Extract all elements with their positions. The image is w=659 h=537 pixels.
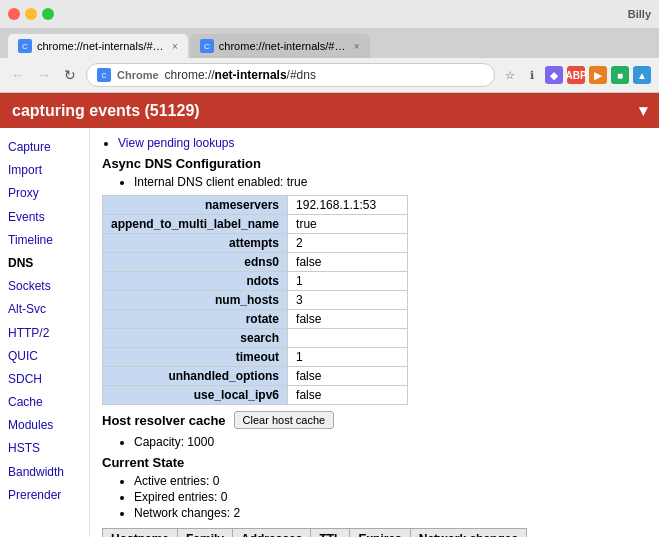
sidebar-item-import[interactable]: Import — [0, 159, 89, 182]
current-state-title: Current State — [102, 455, 647, 470]
dns-table-row: num_hosts3 — [103, 291, 408, 310]
ext-icon-1[interactable]: ◆ — [545, 66, 563, 84]
sidebar-item-cache[interactable]: Cache — [0, 391, 89, 414]
sidebar-item-altsvc[interactable]: Alt-Svc — [0, 298, 89, 321]
ext-icon-adblock[interactable]: ABP — [567, 66, 585, 84]
internal-dns-text: Internal DNS client enabled: true — [134, 175, 647, 189]
tab-dns[interactable]: C chrome://net-internals/#dns × — [8, 34, 188, 58]
sidebar-item-prerender[interactable]: Prerender — [0, 484, 89, 507]
hostname-table: HostnameFamilyAddressesTTLExpiresNetwork… — [102, 528, 527, 537]
tab-sockets[interactable]: C chrome://net-internals/#sock... × — [190, 34, 370, 58]
minimize-button[interactable] — [25, 8, 37, 20]
sidebar-item-proxy[interactable]: Proxy — [0, 182, 89, 205]
dns-value-cell: 3 — [288, 291, 408, 310]
async-dns-title: Async DNS Configuration — [102, 156, 647, 171]
ext-icon-3[interactable]: ▶ — [589, 66, 607, 84]
sidebar-item-timeline[interactable]: Timeline — [0, 229, 89, 252]
dns-table-row: search — [103, 329, 408, 348]
table-header-cell: TTL — [311, 529, 350, 538]
dns-table-row: timeout1 — [103, 348, 408, 367]
dns-value-cell: 2 — [288, 234, 408, 253]
dns-table-row: append_to_multi_label_nametrue — [103, 215, 408, 234]
dns-table-row: unhandled_optionsfalse — [103, 367, 408, 386]
tab-favicon-dns: C — [18, 39, 32, 53]
state-item: Network changes: 2 — [134, 506, 647, 520]
sidebar-item-quic[interactable]: QUIC — [0, 345, 89, 368]
table-header-cell: Network changes — [410, 529, 526, 538]
sidebar-item-capture[interactable]: Capture — [0, 136, 89, 159]
capturing-arrow[interactable]: ▾ — [639, 101, 647, 120]
chrome-label: Chrome — [117, 69, 159, 81]
ext-icon-5[interactable]: ▲ — [633, 66, 651, 84]
info-icon[interactable]: ℹ — [523, 66, 541, 84]
ext-icon-4[interactable]: ■ — [611, 66, 629, 84]
sidebar-item-sockets[interactable]: Sockets — [0, 275, 89, 298]
sidebar: Capture Import Proxy Events Timeline DNS… — [0, 128, 90, 537]
dns-config-table: nameservers192.168.1.1:53append_to_multi… — [102, 195, 408, 405]
dns-value-cell: 1 — [288, 272, 408, 291]
sidebar-item-modules[interactable]: Modules — [0, 414, 89, 437]
table-header-cell: Hostname — [103, 529, 178, 538]
tab-dns-label: chrome://net-internals/#dns — [37, 40, 167, 52]
dns-key-cell: search — [103, 329, 288, 348]
forward-button[interactable]: → — [34, 65, 54, 85]
capacity-text: Capacity: 1000 — [134, 435, 647, 449]
dns-key-cell: use_local_ipv6 — [103, 386, 288, 405]
dns-key-cell: num_hosts — [103, 291, 288, 310]
content-area: View pending lookups Async DNS Configura… — [90, 128, 659, 537]
close-button[interactable] — [8, 8, 20, 20]
reload-button[interactable]: ↻ — [60, 65, 80, 85]
dns-table-row: use_local_ipv6false — [103, 386, 408, 405]
tab-sockets-label: chrome://net-internals/#sock... — [219, 40, 349, 52]
dns-value-cell: false — [288, 310, 408, 329]
state-item: Expired entries: 0 — [134, 490, 647, 504]
maximize-button[interactable] — [42, 8, 54, 20]
table-header-cell: Family — [178, 529, 233, 538]
capturing-text: capturing events (51129) — [12, 102, 200, 120]
tab-dns-close[interactable]: × — [172, 41, 178, 52]
address-favicon: C — [97, 68, 111, 82]
table-header-cell: Addresses — [233, 529, 311, 538]
state-item: Active entries: 0 — [134, 474, 647, 488]
sidebar-item-http2[interactable]: HTTP/2 — [0, 322, 89, 345]
dns-value-cell: 192.168.1.1:53 — [288, 196, 408, 215]
dns-value-cell: false — [288, 253, 408, 272]
clear-cache-button[interactable]: Clear host cache — [234, 411, 335, 429]
dns-value-cell: 1 — [288, 348, 408, 367]
dns-key-cell: edns0 — [103, 253, 288, 272]
sidebar-item-hsts[interactable]: HSTS — [0, 437, 89, 460]
dns-table-row: nameservers192.168.1.1:53 — [103, 196, 408, 215]
dns-key-cell: ndots — [103, 272, 288, 291]
sidebar-item-events[interactable]: Events — [0, 206, 89, 229]
sidebar-item-bandwidth[interactable]: Bandwidth — [0, 461, 89, 484]
dns-table-row: ndots1 — [103, 272, 408, 291]
host-resolver-label: Host resolver cache — [102, 413, 226, 428]
dns-key-cell: nameservers — [103, 196, 288, 215]
tab-sockets-close[interactable]: × — [354, 41, 360, 52]
dns-value-cell: false — [288, 367, 408, 386]
dns-value-cell: true — [288, 215, 408, 234]
dns-table-row: edns0false — [103, 253, 408, 272]
dns-value-cell: false — [288, 386, 408, 405]
dns-table-row: rotatefalse — [103, 310, 408, 329]
capturing-bar: capturing events (51129) ▾ — [0, 93, 659, 128]
bookmark-icon[interactable]: ☆ — [501, 66, 519, 84]
sidebar-item-dns: DNS — [0, 252, 89, 275]
dns-table-row: attempts2 — [103, 234, 408, 253]
user-label: Billy — [628, 8, 651, 20]
address-url: chrome://net-internals/#dns — [165, 68, 316, 82]
sidebar-item-sdch[interactable]: SDCH — [0, 368, 89, 391]
back-button[interactable]: ← — [8, 65, 28, 85]
table-header-cell: Expires — [350, 529, 410, 538]
view-pending-link[interactable]: View pending lookups — [118, 136, 235, 150]
dns-key-cell: append_to_multi_label_name — [103, 215, 288, 234]
dns-key-cell: timeout — [103, 348, 288, 367]
dns-key-cell: attempts — [103, 234, 288, 253]
address-bar[interactable]: C Chrome chrome://net-internals/#dns — [86, 63, 495, 87]
tab-favicon-sockets: C — [200, 39, 214, 53]
dns-key-cell: rotate — [103, 310, 288, 329]
dns-key-cell: unhandled_options — [103, 367, 288, 386]
dns-value-cell — [288, 329, 408, 348]
